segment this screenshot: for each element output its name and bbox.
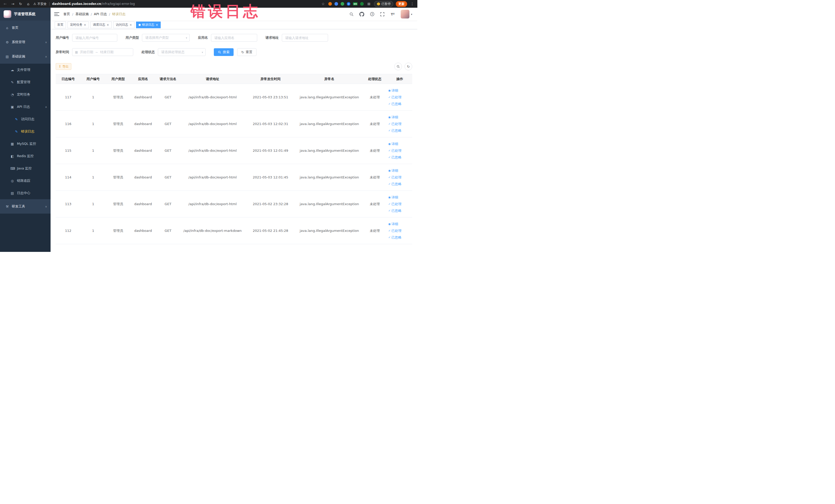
fullscreen-icon[interactable]	[379, 11, 386, 18]
cell-user-type: 管理员	[105, 218, 130, 244]
breadcrumb-api-log[interactable]: API 日志	[94, 12, 107, 16]
browser-menu-icon[interactable]: ⋮	[410, 2, 415, 6]
check-icon: ✓	[388, 201, 391, 207]
sidebar-item-mysql[interactable]: ▦ MySQL 监控	[0, 138, 50, 150]
cell-exception: java.lang.IllegalArgumentException	[297, 137, 363, 164]
exception-time-range[interactable]: ▦ 开始日期 ~ 结束日期	[72, 48, 133, 56]
cell-user-id: 1	[81, 218, 105, 244]
breadcrumb-infra[interactable]: 基础设施	[75, 12, 88, 16]
close-icon[interactable]: ×	[106, 23, 109, 26]
ignored-link[interactable]: ✓已忽略	[388, 101, 411, 107]
ignored-link[interactable]: ✓已忽略	[388, 181, 411, 187]
sidebar-item-error-log[interactable]: ✎ 错误日志	[0, 125, 50, 138]
reset-button[interactable]: ↻ 重置	[237, 48, 257, 56]
extension-icon-green[interactable]	[341, 2, 344, 6]
sidebar-item-redis[interactable]: ◧ Redis 监控	[0, 150, 50, 162]
sidebar-item-log-center[interactable]: ▤ 日志中心	[0, 187, 50, 199]
menu-icon: ⚒	[5, 205, 9, 208]
extension-icon-leaf[interactable]	[360, 2, 364, 6]
process-status-select[interactable]: 请选择处理状态 ▾	[158, 48, 206, 56]
process-status-label: 处理状态	[141, 50, 155, 55]
cell-url: /api/infra/db-doc/export-html	[180, 164, 245, 191]
hide-search-button[interactable]	[394, 63, 402, 70]
sidebar-item-system-mgmt[interactable]: ⚙ 系统管理 ∨	[0, 35, 50, 49]
ignored-link[interactable]: ✓已忽略	[388, 154, 411, 161]
ignored-link[interactable]: ✓已忽略	[388, 207, 411, 214]
help-icon[interactable]: ?	[369, 11, 375, 18]
sidebar-item-api-log[interactable]: ▣ API 日志 ∧	[0, 101, 50, 113]
app-name-input[interactable]	[211, 34, 257, 42]
sidebar-item-infra[interactable]: ▤ 基础设施 ∧	[0, 49, 50, 64]
sidebar-item-java[interactable]: ⌨ Java 监控	[0, 162, 50, 175]
extension-icon-blue[interactable]	[334, 2, 338, 6]
app-logo-row[interactable]: 芋道管理系统	[0, 8, 50, 21]
detail-link[interactable]: ◉详细	[388, 167, 411, 174]
user-id-input[interactable]	[72, 34, 117, 42]
request-url-input[interactable]	[282, 34, 328, 42]
sidebar-item-home[interactable]: ⌂ 首页	[0, 21, 50, 35]
sidebar-item-dev-tools[interactable]: ⚒ 研发工具 ∨	[0, 199, 50, 214]
processed-link[interactable]: ✓已处理	[388, 174, 411, 181]
detail-link[interactable]: ◉详细	[388, 87, 411, 94]
tab-job-log[interactable]: 调度日志 ×	[90, 22, 111, 28]
table-toolbar: ↧ 导出 ↻	[56, 63, 412, 70]
sidebar-item-trace[interactable]: ◎ 链路追踪	[0, 175, 50, 187]
tab-home[interactable]: 首页	[55, 22, 66, 28]
processed-link[interactable]: ✓已处理	[388, 147, 411, 154]
sidebar-item-access-log[interactable]: ✎ 访问日志	[0, 113, 50, 125]
font-size-icon[interactable]: TT	[389, 11, 396, 18]
search-button[interactable]: 搜索	[214, 48, 233, 56]
user-type-select[interactable]: 请选择用户类型 ▾	[142, 34, 190, 42]
processed-link[interactable]: ✓已处理	[388, 94, 411, 101]
user-avatar[interactable]	[401, 10, 409, 19]
forward-icon[interactable]: →	[10, 2, 15, 6]
github-icon[interactable]	[359, 11, 365, 18]
processed-link[interactable]: ✓已处理	[388, 227, 411, 234]
cell-status: 未处理	[363, 218, 387, 244]
tab-label: 访问日志	[116, 23, 128, 27]
reload-icon[interactable]: ↻	[18, 2, 23, 6]
tab-job[interactable]: 定时任务 ×	[67, 22, 89, 28]
sidebar-item-file-mgmt[interactable]: ☁ 文件管理	[0, 64, 50, 76]
extensions-puzzle-icon[interactable]: ⊞	[366, 2, 371, 6]
tab-error-log[interactable]: 错误日志 ×	[136, 22, 161, 28]
refresh-icon: ↻	[407, 65, 410, 68]
processed-link[interactable]: ✓已处理	[388, 201, 411, 207]
back-icon[interactable]: ←	[3, 2, 8, 6]
refresh-table-button[interactable]: ↻	[405, 63, 412, 70]
menu-icon: ◧	[10, 154, 14, 158]
close-icon[interactable]: ×	[129, 23, 132, 26]
avatar-caret-icon[interactable]: ▾	[411, 13, 412, 16]
extension-on-badge[interactable]: on	[353, 2, 358, 5]
breadcrumb-home[interactable]: 首页	[63, 12, 70, 16]
sidebar-item-config-mgmt[interactable]: ✎ 配置管理	[0, 76, 50, 88]
export-button[interactable]: ↧ 导出	[56, 63, 72, 70]
ignored-link[interactable]: ✓已忽略	[388, 234, 411, 241]
close-icon[interactable]: ×	[156, 23, 158, 26]
app-title: 芋道管理系统	[14, 12, 36, 16]
cell-method: GET	[156, 191, 180, 218]
search-icon[interactable]	[348, 11, 355, 18]
sidebar-toggle-icon[interactable]	[54, 12, 59, 16]
ignored-link[interactable]: ✓已忽略	[388, 127, 411, 134]
security-chip[interactable]: ⚠ 不安全	[33, 2, 47, 6]
browser-update-button[interactable]: 更新	[396, 1, 407, 7]
paused-badge[interactable]: ☻ 已暂停	[374, 1, 393, 7]
extension-icon-grid[interactable]: ⊞	[347, 2, 350, 6]
extension-icon-orange[interactable]	[328, 2, 332, 6]
detail-link[interactable]: ◉详细	[388, 194, 411, 201]
address-bar[interactable]: dashboard.yudao.iocoder.cn/infra/log/api…	[52, 2, 135, 6]
sidebar-item-job[interactable]: ◔ 定时任务	[0, 88, 50, 101]
col-header-exception: 异常名	[297, 74, 363, 84]
cell-time: 2021-05-02 21:45:28	[245, 218, 296, 244]
detail-link[interactable]: ◉详细	[388, 114, 411, 121]
bookmark-star-icon[interactable]: ☆	[321, 2, 326, 6]
cell-actions: ◉详细 ✓已处理 ✓已忽略	[387, 164, 412, 191]
processed-link[interactable]: ✓已处理	[388, 121, 411, 127]
tab-access-log[interactable]: 访问日志 ×	[113, 22, 135, 28]
home-icon[interactable]: ⌂	[26, 2, 31, 6]
detail-link[interactable]: ◉详细	[388, 141, 411, 147]
detail-link[interactable]: ◉详细	[388, 221, 411, 227]
close-icon[interactable]: ×	[84, 23, 86, 26]
cell-url: /api/infra/db-doc/export-html	[180, 110, 245, 137]
